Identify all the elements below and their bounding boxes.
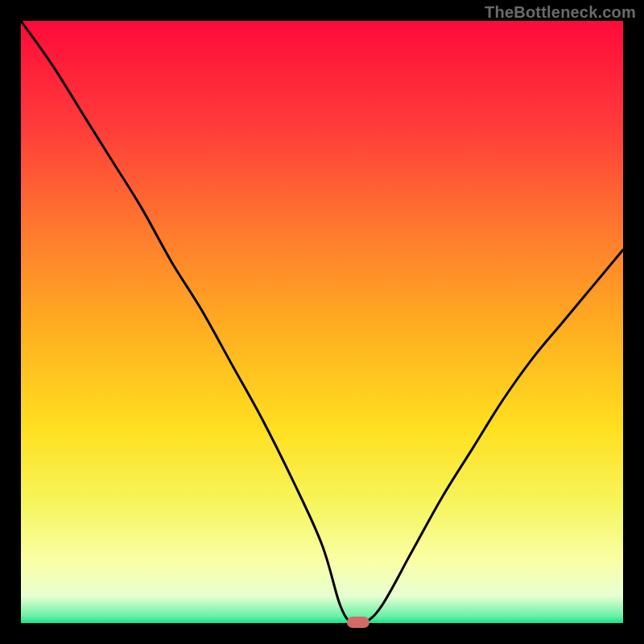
- watermark-text: TheBottleneck.com: [485, 3, 636, 22]
- svg-rect-1: [21, 21, 623, 623]
- chart-container: TheBottleneck.com: [0, 0, 644, 644]
- bottleneck-chart: [0, 0, 644, 644]
- svg-rect-2: [347, 617, 369, 628]
